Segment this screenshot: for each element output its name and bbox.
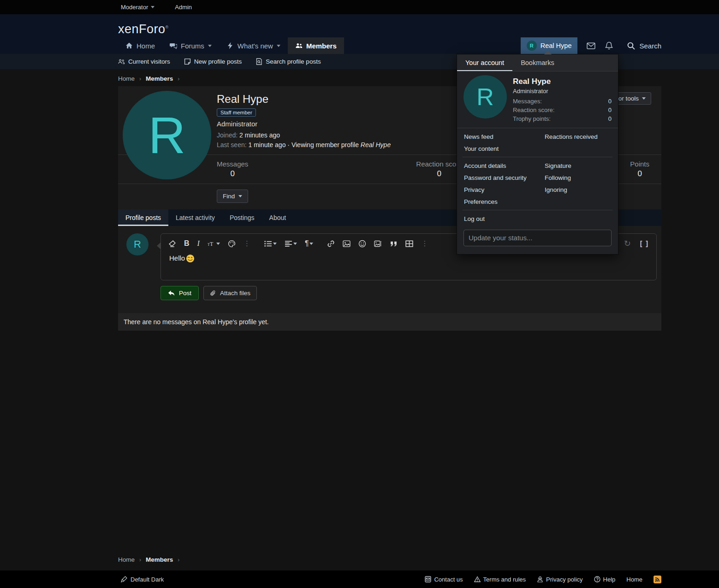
stat-value: 0 <box>630 169 649 178</box>
nav-item-forums[interactable]: Forums <box>162 37 219 54</box>
status-update-input[interactable] <box>463 230 612 246</box>
menu-item-log-out[interactable]: Log out <box>464 215 485 222</box>
menu-item-privacy[interactable]: Privacy <box>464 186 484 193</box>
footer-contact-us[interactable]: Contact us <box>425 576 463 583</box>
menu-item-account-details[interactable]: Account details <box>464 162 506 169</box>
site-header: xenForo® Home Forums What's new Members … <box>0 14 719 54</box>
paragraph-format-button[interactable]: ¶ <box>305 239 314 248</box>
smilies-button[interactable] <box>358 240 366 248</box>
breadcrumb-home[interactable]: Home <box>118 75 135 82</box>
chevron-right-icon: › <box>139 557 141 563</box>
nav-item-home[interactable]: Home <box>118 37 162 54</box>
table-icon <box>405 240 413 248</box>
paperclip-icon <box>210 290 216 297</box>
menu-divider <box>463 157 612 157</box>
more-options-button[interactable]: ⋮ <box>421 239 428 248</box>
subnav-search-profile-posts[interactable]: Search profile posts <box>256 58 321 65</box>
subnav-item-label: Current visitors <box>128 58 170 65</box>
footer-terms-and-rules[interactable]: Terms and rules <box>474 576 526 583</box>
menu-item-ignoring[interactable]: Ignoring <box>545 186 567 193</box>
quote-icon <box>390 240 398 248</box>
quote-button[interactable] <box>390 240 398 248</box>
menu-item-signature[interactable]: Signature <box>545 162 571 169</box>
tab-bookmarks[interactable]: Bookmarks <box>512 54 563 71</box>
account-menu-role: Administrator <box>513 88 612 95</box>
more-formatting-button[interactable]: ⋮ <box>244 239 250 248</box>
insert-media-button[interactable] <box>374 240 382 248</box>
breadcrumb-members[interactable]: Members <box>146 556 173 563</box>
account-menu-info: R Real Hype Administrator Messages: 0 Re… <box>457 71 618 128</box>
rss-button[interactable] <box>654 576 661 583</box>
footer-help[interactable]: Help <box>594 576 616 583</box>
page-spacer <box>0 331 719 552</box>
footer-home[interactable]: Home <box>626 576 642 583</box>
eraser-icon <box>168 240 176 248</box>
redo-button[interactable]: ↻ <box>624 238 631 249</box>
chevron-down-icon <box>642 97 646 100</box>
stat-points[interactable]: Points 0 <box>630 160 649 178</box>
subnav-item-label: Search profile posts <box>266 58 321 65</box>
footer-privacy-policy[interactable]: Privacy policy <box>537 576 582 583</box>
alerts-button[interactable] <box>605 42 613 50</box>
alignment-button[interactable] <box>285 240 297 248</box>
tab-about[interactable]: About <box>262 209 294 226</box>
media-icon <box>374 240 382 248</box>
bold-button[interactable]: B <box>184 239 190 248</box>
tab-profile-posts[interactable]: Profile posts <box>118 209 168 226</box>
menu-item-preferences[interactable]: Preferences <box>464 198 498 205</box>
menu-item-password-and-security[interactable]: Password and security <box>464 174 527 181</box>
members-icon <box>295 42 303 49</box>
breadcrumb-home[interactable]: Home <box>118 556 135 563</box>
conversations-button[interactable] <box>587 42 595 50</box>
bbcode-toggle-button[interactable]: [ ] <box>640 240 649 247</box>
svg-text:T: T <box>210 240 214 247</box>
menu-item-following[interactable]: Following <box>545 174 571 181</box>
account-menu-name[interactable]: Real Hype <box>513 77 612 86</box>
avatar[interactable]: R <box>123 91 211 179</box>
menu-item-your-content[interactable]: Your content <box>464 145 499 152</box>
document-search-icon <box>256 58 262 65</box>
user-secret-icon <box>537 576 543 582</box>
style-chooser-button[interactable]: Default Dark <box>118 576 164 583</box>
staff-member-badge: Staff member <box>217 108 256 117</box>
avatar[interactable]: R <box>126 233 149 255</box>
stat-reaction-score[interactable]: Reaction score 0 <box>416 160 462 178</box>
breadcrumb-members[interactable]: Members <box>146 75 173 82</box>
list-button[interactable] <box>264 240 277 248</box>
italic-button[interactable]: I <box>197 239 200 248</box>
font-size-button[interactable]: TT <box>208 240 220 248</box>
joined-label: Joined: <box>217 131 238 139</box>
search-button[interactable]: Search <box>627 42 661 50</box>
chevron-down-icon <box>273 243 277 245</box>
footer-link-label: Privacy policy <box>546 576 582 583</box>
menu-item-reactions-received[interactable]: Reactions received <box>545 133 598 140</box>
menu-item-news-feed[interactable]: News feed <box>464 133 493 140</box>
subnav-current-visitors[interactable]: Current visitors <box>118 58 170 65</box>
chevron-down-icon <box>208 45 212 47</box>
avatar[interactable]: R <box>463 75 507 119</box>
remove-format-button[interactable] <box>168 240 176 248</box>
admin-link[interactable]: Admin <box>172 4 192 11</box>
reply-icon <box>168 290 175 297</box>
account-dropdown-menu: Your account Bookmarks R Real Hype Admin… <box>457 54 618 255</box>
insert-link-button[interactable] <box>327 240 335 248</box>
image-icon <box>343 240 351 248</box>
site-logo[interactable]: xenForo® <box>118 22 169 36</box>
last-seen-value: 1 minute ago <box>249 141 286 148</box>
find-button-label: Find <box>223 193 235 200</box>
moderator-menu[interactable]: Moderator <box>118 4 154 11</box>
post-button[interactable]: Post <box>160 286 199 300</box>
text-color-button[interactable] <box>228 240 236 248</box>
nav-item-whats-new[interactable]: What's new <box>219 37 288 54</box>
tab-postings[interactable]: Postings <box>222 209 262 226</box>
insert-image-button[interactable] <box>343 240 351 248</box>
insert-table-button[interactable] <box>405 240 413 248</box>
nav-item-members[interactable]: Members <box>288 37 344 54</box>
tab-your-account[interactable]: Your account <box>457 54 512 71</box>
attach-files-button[interactable]: Attach files <box>203 286 257 300</box>
stat-messages[interactable]: Messages 0 <box>217 160 248 178</box>
tab-latest-activity[interactable]: Latest activity <box>168 209 222 226</box>
list-icon <box>264 240 272 248</box>
find-button[interactable]: Find <box>217 190 248 203</box>
subnav-new-profile-posts[interactable]: New profile posts <box>184 58 242 65</box>
